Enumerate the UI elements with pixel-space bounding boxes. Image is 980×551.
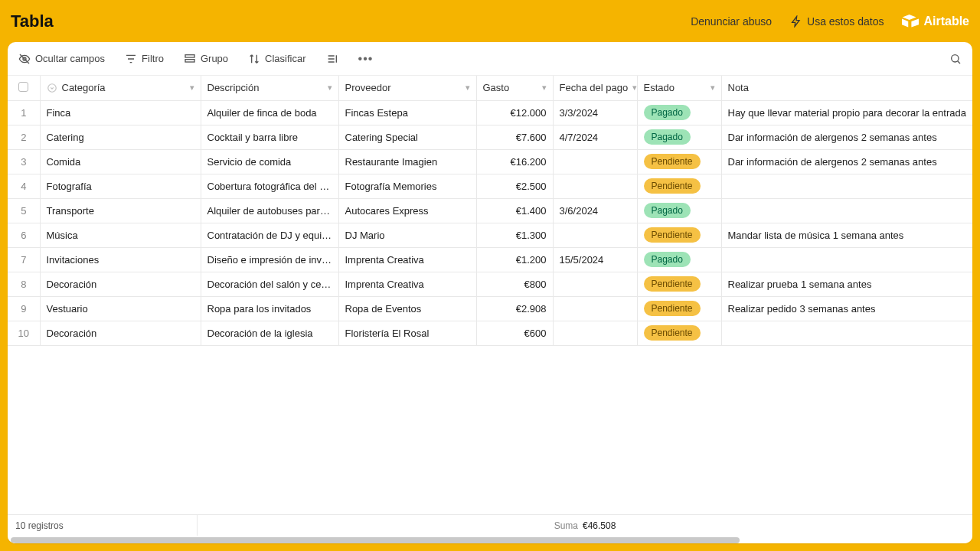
cell-fecha[interactable]: 15/5/2024	[553, 247, 637, 272]
search-button[interactable]	[946, 50, 965, 68]
use-data-link[interactable]: Usa estos datos	[790, 15, 884, 28]
chevron-down-icon: ▾	[466, 83, 470, 93]
cell-categoria[interactable]: Invitaciones	[40, 247, 201, 272]
cell-gasto[interactable]: €1.400	[476, 198, 553, 223]
cell-nota[interactable]: Dar información de alergenos 2 semanas a…	[721, 125, 972, 149]
cell-gasto[interactable]: €2.908	[476, 296, 553, 321]
cell-nota[interactable]: Realizar prueba 1 semana antes	[721, 272, 972, 296]
cell-descripcion[interactable]: Servicio de comida	[201, 149, 338, 174]
cell-proveedor[interactable]: Imprenta Creativa	[338, 247, 476, 272]
sort-button[interactable]: Clasificar	[245, 50, 309, 68]
horizontal-scrollbar[interactable]	[8, 536, 972, 543]
column-header-estado[interactable]: Estado▾	[637, 76, 721, 100]
cell-proveedor[interactable]: DJ Mario	[338, 223, 476, 247]
cell-fecha[interactable]: 4/7/2024	[553, 125, 637, 149]
cell-fecha[interactable]	[553, 223, 637, 247]
column-header-descripcion[interactable]: Descripción▾	[201, 76, 338, 100]
cell-categoria[interactable]: Transporte	[40, 198, 201, 223]
table-row[interactable]: 1FincaAlquiler de finca de bodaFincas Es…	[8, 100, 972, 125]
cell-fecha[interactable]	[553, 272, 637, 296]
cell-nota[interactable]: Hay que llevar material propio para deco…	[721, 100, 972, 125]
cell-fecha[interactable]	[553, 321, 637, 345]
cell-categoria[interactable]: Vestuario	[40, 296, 201, 321]
cell-fecha[interactable]: 3/6/2024	[553, 198, 637, 223]
cell-gasto[interactable]: €16.200	[476, 149, 553, 174]
table-row[interactable]: 8DecoraciónDecoración del salón y ceremo…	[8, 272, 972, 296]
cell-fecha[interactable]	[553, 174, 637, 198]
column-header-nota[interactable]: Nota	[721, 76, 972, 100]
cell-estado[interactable]: Pagado	[637, 125, 721, 149]
cell-proveedor[interactable]: Ropa de Eventos	[338, 296, 476, 321]
cell-estado[interactable]: Pendiente	[637, 296, 721, 321]
table-row[interactable]: 6MúsicaContratación de DJ y equipo de so…	[8, 223, 972, 247]
cell-categoria[interactable]: Decoración	[40, 272, 201, 296]
cell-estado[interactable]: Pendiente	[637, 321, 721, 345]
cell-gasto[interactable]: €12.000	[476, 100, 553, 125]
cell-nota[interactable]	[721, 174, 972, 198]
cell-descripcion[interactable]: Cobertura fotográfica del evento	[201, 174, 338, 198]
cell-categoria[interactable]: Catering	[40, 125, 201, 149]
column-header-fecha[interactable]: Fecha del pago▾	[553, 76, 637, 100]
cell-estado[interactable]: Pagado	[637, 198, 721, 223]
cell-gasto[interactable]: €1.300	[476, 223, 553, 247]
cell-categoria[interactable]: Fotografía	[40, 174, 201, 198]
cell-nota[interactable]	[721, 321, 972, 345]
cell-categoria[interactable]: Finca	[40, 100, 201, 125]
cell-nota[interactable]: Dar información de alergenos 2 semanas a…	[721, 149, 972, 174]
cell-descripcion[interactable]: Alquiler de autobuses para invitados	[201, 198, 338, 223]
cell-proveedor[interactable]: Imprenta Creativa	[338, 272, 476, 296]
cell-categoria[interactable]: Comida	[40, 149, 201, 174]
cell-estado[interactable]: Pagado	[637, 100, 721, 125]
table-row[interactable]: 10DecoraciónDecoración de la iglesiaFlor…	[8, 321, 972, 345]
cell-estado[interactable]: Pagado	[637, 247, 721, 272]
cell-fecha[interactable]	[553, 296, 637, 321]
cell-proveedor[interactable]: Catering Special	[338, 125, 476, 149]
column-header-gasto[interactable]: Gasto▾	[476, 76, 553, 100]
cell-nota[interactable]: Realizar pedido 3 semanas antes	[721, 296, 972, 321]
cell-descripcion[interactable]: Ropa para los invitados	[201, 296, 338, 321]
cell-estado[interactable]: Pendiente	[637, 149, 721, 174]
cell-descripcion[interactable]: Cocktail y barra libre	[201, 125, 338, 149]
cell-categoria[interactable]: Música	[40, 223, 201, 247]
airtable-logo[interactable]: Airtable	[902, 15, 969, 28]
table-row[interactable]: 2CateringCocktail y barra libreCatering …	[8, 125, 972, 149]
cell-proveedor[interactable]: Restaurante Imagien	[338, 149, 476, 174]
cell-fecha[interactable]	[553, 149, 637, 174]
cell-descripcion[interactable]: Contratación de DJ y equipo de sonido	[201, 223, 338, 247]
cell-proveedor[interactable]: Floristería El Rosal	[338, 321, 476, 345]
cell-descripcion[interactable]: Decoración del salón y ceremonia	[201, 272, 338, 296]
cell-nota[interactable]	[721, 198, 972, 223]
report-abuse-link[interactable]: Denunciar abuso	[691, 15, 772, 28]
group-button[interactable]: Grupo	[181, 50, 231, 68]
cell-gasto[interactable]: €800	[476, 272, 553, 296]
cell-descripcion[interactable]: Decoración de la iglesia	[201, 321, 338, 345]
column-header-categoria[interactable]: Categoría ▾	[40, 76, 201, 100]
more-button[interactable]: •••	[355, 56, 377, 62]
table-row[interactable]: 5TransporteAlquiler de autobuses para in…	[8, 198, 972, 223]
table-row[interactable]: 9VestuarioRopa para los invitadosRopa de…	[8, 296, 972, 321]
row-height-button[interactable]	[323, 50, 341, 68]
cell-proveedor[interactable]: Autocares Express	[338, 198, 476, 223]
cell-gasto[interactable]: €1.200	[476, 247, 553, 272]
table-row[interactable]: 4FotografíaCobertura fotográfica del eve…	[8, 174, 972, 198]
cell-gasto[interactable]: €600	[476, 321, 553, 345]
cell-proveedor[interactable]: Fotografía Memories	[338, 174, 476, 198]
cell-estado[interactable]: Pendiente	[637, 272, 721, 296]
cell-estado[interactable]: Pendiente	[637, 174, 721, 198]
cell-nota[interactable]: Mandar lista de música 1 semana antes	[721, 223, 972, 247]
cell-gasto[interactable]: €2.500	[476, 174, 553, 198]
cell-proveedor[interactable]: Fincas Estepa	[338, 100, 476, 125]
column-header-proveedor[interactable]: Proveedor▾	[338, 76, 476, 100]
table-row[interactable]: 3ComidaServicio de comidaRestaurante Ima…	[8, 149, 972, 174]
filter-button[interactable]: Filtro	[122, 50, 167, 68]
hide-fields-button[interactable]: Ocultar campos	[15, 50, 108, 68]
cell-descripcion[interactable]: Diseño e impresión de invitaciones	[201, 247, 338, 272]
cell-estado[interactable]: Pendiente	[637, 223, 721, 247]
cell-gasto[interactable]: €7.600	[476, 125, 553, 149]
select-all-cell[interactable]	[8, 76, 40, 100]
cell-descripcion[interactable]: Alquiler de finca de boda	[201, 100, 338, 125]
cell-fecha[interactable]: 3/3/2024	[553, 100, 637, 125]
table-row[interactable]: 7InvitacionesDiseño e impresión de invit…	[8, 247, 972, 272]
cell-nota[interactable]	[721, 247, 972, 272]
cell-categoria[interactable]: Decoración	[40, 321, 201, 345]
